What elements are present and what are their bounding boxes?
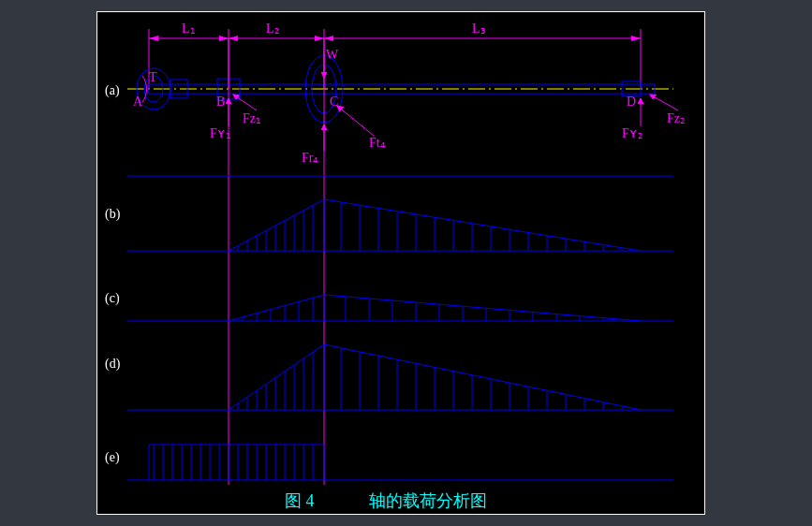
pt-T: T	[149, 70, 157, 84]
svg-line-28	[650, 95, 678, 110]
svg-marker-9	[229, 36, 238, 41]
force-Ft4: Ft₄	[369, 136, 386, 150]
force-Fr4: Fr₄	[302, 151, 318, 165]
row-c	[127, 295, 673, 321]
svg-line-26	[337, 106, 374, 136]
svg-line-23	[233, 95, 257, 110]
caption-text: 轴的载荷分析图	[369, 491, 487, 510]
row-b	[127, 199, 673, 251]
row-e	[127, 445, 673, 480]
row-a	[127, 55, 673, 123]
force-Fz1: Fz₁	[243, 111, 261, 125]
row-label-c: (c)	[105, 291, 120, 306]
svg-marker-8	[219, 36, 229, 41]
force-Fy1: Fʏ₁	[210, 126, 231, 140]
force-Fz2: Fz₂	[667, 111, 686, 125]
row-label-a: (a)	[105, 83, 120, 98]
dim-L3: L₃	[472, 22, 486, 36]
row-d	[127, 344, 673, 410]
row-label-d: (d)	[105, 357, 121, 372]
pt-D: D	[627, 95, 636, 109]
pt-A: A	[133, 95, 143, 109]
dimension-lines	[149, 29, 641, 89]
svg-marker-12	[631, 36, 641, 41]
svg-marker-7	[149, 36, 158, 41]
svg-marker-10	[315, 36, 324, 41]
row-label-e: (e)	[105, 450, 120, 465]
row-label-b: (b)	[105, 207, 121, 222]
dim-L2: L₂	[266, 22, 280, 36]
force-Fy2: Fʏ₂	[622, 126, 643, 140]
pt-W: W	[326, 48, 339, 62]
drawing-frame: L₁ L₂ L₃ A B C D T W	[96, 11, 705, 515]
diagram-svg: L₁ L₂ L₃ A B C D T W	[97, 12, 704, 514]
svg-marker-11	[324, 36, 333, 41]
caption-prefix: 图 4	[285, 491, 315, 510]
pt-B: B	[216, 95, 225, 109]
dim-L1: L₁	[182, 22, 196, 36]
pt-C: C	[330, 95, 338, 109]
